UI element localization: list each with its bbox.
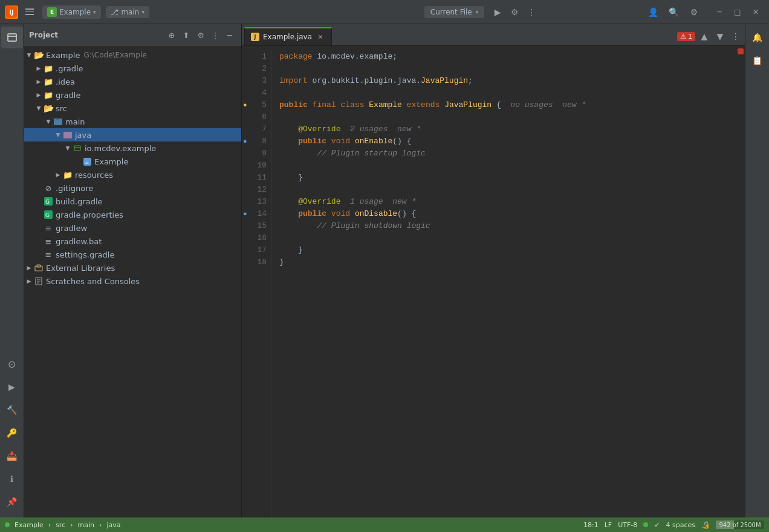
git-check-icon: ✓ [654, 521, 660, 529]
editor-scroll-area: 1 2 3 4 ● 5 6 7 ● 8 9 10 11 12 13 [242, 46, 745, 517]
minimize-button[interactable]: ─ [711, 4, 728, 21]
add-file-button[interactable]: ⊕ [165, 28, 178, 42]
run-config-selector[interactable]: Current File ▾ [424, 6, 485, 18]
tree-item-package[interactable]: ▼ io.mcdev.example [24, 141, 241, 155]
status-readonly-icon[interactable]: 🔏 [701, 521, 710, 529]
panel-actions: ⊕ ⬆ ⚙ ⋮ ─ [165, 28, 236, 42]
maximize-button[interactable]: □ [729, 4, 746, 21]
line-11: 11 [242, 172, 271, 184]
tree-item-src[interactable]: ▼ 📂 src [24, 102, 241, 115]
search-button[interactable]: 🔍 [665, 4, 682, 21]
status-encoding[interactable]: UTF-8 [618, 521, 637, 529]
breadcrumb-java-folder: java [107, 521, 121, 529]
close-button[interactable]: ✕ [747, 4, 764, 21]
status-dot [5, 522, 10, 527]
debug-button[interactable]: ⚙ [506, 4, 523, 21]
tree-label-gradle-props: gradle.properties [56, 210, 123, 219]
tree-label-gradlew: gradlew [56, 224, 87, 233]
tree-item-resources[interactable]: ▶ 📁 resources [24, 168, 241, 181]
panel-close-button[interactable]: ─ [223, 28, 236, 42]
tree-label-scratches: Scratches and Consoles [46, 277, 140, 286]
tree-item-build-gradle[interactable]: G build.gradle [24, 195, 241, 208]
status-git-check[interactable]: ✓ [654, 521, 660, 529]
breadcrumb-sep-1: › [48, 521, 51, 529]
project-selector[interactable]: E Example ▾ [42, 5, 101, 19]
code-content[interactable]: package io.mcdev.example; import org.buk… [272, 46, 736, 517]
code-line-1: package io.mcdev.example; [279, 51, 729, 63]
run-button[interactable]: ▶ [489, 4, 506, 21]
memory-bar[interactable]: 942 of 2500M [716, 521, 764, 529]
collapse-all-button[interactable]: ⬆ [180, 28, 193, 42]
build-tool-button[interactable]: 🔨 [1, 399, 23, 421]
clipboard-button[interactable]: 📋 [747, 50, 768, 71]
right-sidebar: 🔔 📋 [745, 24, 769, 517]
svg-text:IJ: IJ [9, 9, 13, 16]
activity-project[interactable] [1, 27, 23, 48]
tab-label: Example.java [263, 33, 312, 41]
key-tool-button[interactable]: 🔑 [1, 422, 23, 444]
code-line-11: } [279, 172, 729, 184]
tree-item-example-java[interactable]: ☕ Example [24, 155, 241, 168]
tree-item-main[interactable]: ▼ main [24, 115, 241, 128]
tab-close-button[interactable]: ✕ [316, 32, 325, 42]
tree-label-gitignore: .gitignore [56, 184, 93, 193]
tree-item-gradle-props[interactable]: G gradle.properties [24, 208, 241, 221]
tree-item-gradle-folder[interactable]: ▶ 📁 gradle [24, 88, 241, 102]
encoding-status-dot [643, 522, 648, 527]
tree-item-java[interactable]: ▼ java [24, 128, 241, 141]
line-3: 3 [242, 75, 271, 87]
line-14: ● 14 [242, 208, 271, 220]
tree-item-scratches[interactable]: ▶ Scratches and Consoles [24, 274, 241, 288]
java-file-icon: ☕ [82, 158, 92, 166]
pin-tool-button[interactable]: 📌 [1, 491, 23, 513]
arrow-idea: ▶ [34, 79, 44, 85]
status-spaces[interactable]: 4 spaces [666, 521, 696, 529]
branch-selector[interactable]: ⎇ main ▾ [106, 6, 149, 18]
tree-item-settings-gradle[interactable]: ≡ settings.gradle [24, 248, 241, 261]
status-position[interactable]: 18:1 [583, 521, 599, 529]
hamburger-button[interactable] [23, 5, 37, 19]
tree-item-gitignore[interactable]: ⊘ .gitignore [24, 181, 241, 195]
code-line-17: } [279, 244, 729, 256]
debug-tool-button[interactable]: ⊙ [1, 353, 23, 375]
breadcrumb-main: main [78, 521, 94, 529]
tree-item-external-libraries[interactable]: ▶ External Libraries [24, 261, 241, 274]
notifications-button[interactable]: 🔔 [747, 27, 768, 48]
arrow-gradle-folder: ▶ [34, 92, 44, 98]
line-2: 2 [242, 63, 271, 75]
tree-path-example: G:\Code\Example [83, 51, 146, 59]
tree-label-package: io.mcdev.example [85, 144, 156, 153]
tree-item-example-root[interactable]: ▼ 📂 Example G:\Code\Example [24, 48, 241, 62]
tree-item-gradle-hidden[interactable]: ▶ 📁 .gradle [24, 62, 241, 75]
panel-options-button[interactable]: ⋮ [209, 28, 222, 42]
scroll-down-button[interactable]: ▼ [713, 30, 727, 43]
tree-label-example-java: Example [94, 157, 128, 166]
scratches-icon [34, 277, 44, 285]
download-tool-button[interactable]: 📥 [1, 445, 23, 467]
line-4: 4 [242, 87, 271, 99]
tree-item-gradlew-bat[interactable]: ≡ gradlew.bat [24, 235, 241, 248]
settings-button[interactable]: ⚙ [686, 4, 702, 21]
spaces-text: 4 spaces [666, 521, 696, 529]
tab-example-java[interactable]: J Example.java ✕ [244, 27, 332, 45]
scroll-up-button[interactable]: ▲ [698, 30, 711, 43]
status-line-ending[interactable]: LF [605, 521, 612, 529]
warning-marker [738, 48, 744, 54]
editor-tabs: J Example.java ✕ ⚠ 1 ▲ ▼ ⋮ [242, 24, 745, 46]
editor-more-button[interactable]: ⋮ [729, 30, 742, 43]
gradlew-icon: ≡ [44, 224, 53, 233]
more-run-button[interactable]: ⋮ [523, 4, 540, 21]
tree-label-settings-gradle: settings.gradle [56, 250, 114, 259]
run-tool-button[interactable]: ▶ [1, 376, 23, 398]
warning-badge[interactable]: ⚠ 1 [677, 32, 695, 41]
settings-gradle-icon: ≡ [44, 250, 53, 259]
tree-label-gradle: .gradle [56, 64, 83, 73]
tree-label-main: main [65, 117, 85, 126]
tree-item-idea[interactable]: ▶ 📁 .idea [24, 75, 241, 88]
tree-item-gradlew[interactable]: ≡ gradlew [24, 221, 241, 235]
title-bar: IJ E Example ▾ ⎇ main ▾ Current File ▾ ▶… [0, 0, 769, 24]
account-button[interactable]: 👤 [644, 4, 661, 21]
panel-settings-button[interactable]: ⚙ [194, 28, 207, 42]
info-tool-button[interactable]: ℹ [1, 468, 23, 490]
line-6: 6 [242, 111, 271, 123]
